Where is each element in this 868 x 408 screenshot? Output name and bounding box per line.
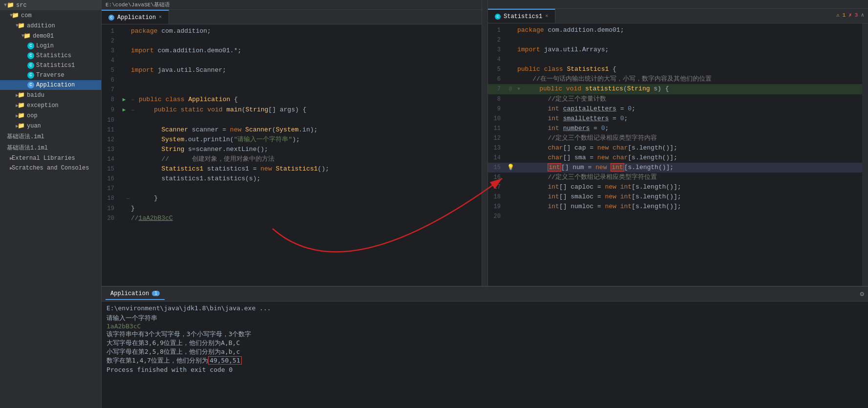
expand-arrow-baidu: ▶: [0, 92, 16, 98]
console-line-prompt: 请输入一个字符串: [106, 314, 863, 322]
expand-errors-icon[interactable]: ∧: [861, 12, 864, 18]
class-icon-Traverse: C: [27, 72, 34, 79]
left-editor-content[interactable]: 1 package com.addition; 2 3 impo: [102, 24, 482, 286]
folder-icon-addition: 📁: [18, 22, 25, 29]
run-gutter-icon[interactable]: ▶: [123, 95, 126, 105]
code-line: 13 char[] cap = new char[s.length()];: [488, 143, 868, 153]
sidebar-label-yuan: yuan: [27, 123, 41, 129]
sidebar-item-yuan[interactable]: ▶ 📁 yuan: [0, 121, 101, 131]
fold-end-icon: —: [127, 194, 129, 204]
int-highlight-right: int: [611, 163, 624, 172]
sidebar-item-Login[interactable]: C Login: [0, 41, 101, 51]
bulb-gutter-icon[interactable]: 💡: [507, 163, 514, 172]
sidebar-label-Statistics: Statistics: [36, 52, 71, 59]
code-line: 7: [102, 85, 482, 95]
console-line-path: E:\environment\java\jdk1.8\bin\java.exe …: [106, 304, 863, 312]
right-breadcrumb: [488, 0, 868, 9]
sidebar-item-Application[interactable]: C Application: [0, 80, 101, 90]
sidebar-item-baidu[interactable]: ▶ 📁 baidu: [0, 90, 101, 100]
console-highlighted-value: 49,50,51: [208, 356, 242, 365]
code-line: 8 ▶ — public class Application {: [102, 95, 482, 105]
folder-icon-yuan: 📁: [18, 122, 25, 129]
settings-icon[interactable]: ⚙: [860, 290, 864, 298]
left-editor: E:\code\JavaSE\基础语 C Application ×: [102, 0, 482, 286]
console-line-output2: 大写字母在第3,6,9位置上，他们分别为A,B,C: [106, 339, 863, 347]
right-tab-Statistics1[interactable]: C Statistics1 ×: [488, 9, 555, 23]
bottom-tab-application[interactable]: Application 1: [106, 288, 165, 300]
sidebar-label-demo01: demo01: [33, 33, 54, 40]
sidebar-label-jichu1: 基础语法.iml: [7, 132, 44, 141]
sidebar-item-exception[interactable]: ▶ 📁 exception: [0, 100, 101, 110]
code-line: 13 String s=scanner.nextLine();: [102, 145, 482, 154]
right-editor-content[interactable]: 1 package com.addition.demo01; 2 3: [488, 23, 868, 286]
sidebar-item-Traverse[interactable]: C Traverse: [0, 70, 101, 80]
code-line: 2: [488, 35, 868, 45]
console-line-input: 1aA2bB3cC: [106, 322, 863, 330]
sidebar-item-com[interactable]: ▼ 📁 com: [0, 10, 101, 21]
sidebar-item-src[interactable]: ▼ 📁 src: [0, 0, 101, 10]
right-editor: C Statistics1 × ⚠ 1 ✗ 3 ∧: [488, 0, 868, 286]
left-breadcrumb: E:\code\JavaSE\基础语: [102, 0, 482, 10]
right-tab-bar: C Statistics1 × ⚠ 1 ✗ 3 ∧: [488, 9, 868, 23]
run-gutter-icon2[interactable]: ▶: [123, 105, 126, 115]
code-line: 10 int smallLetters = 0;: [488, 114, 868, 124]
right-scrollbar[interactable]: [862, 23, 868, 286]
error-icon: ✗: [848, 12, 852, 18]
expand-arrow-src: ▼: [0, 2, 5, 8]
code-line-15-highlighted: 15 💡 int[] num = new int[s.length()];: [488, 163, 868, 172]
class-icon-Statistics: C: [27, 52, 34, 59]
right-tab-close[interactable]: ×: [545, 14, 548, 19]
warn-icon: ⚠: [836, 12, 840, 18]
code-line: 11 int numbers = 0;: [488, 124, 868, 133]
bookmark-gutter-icon: @: [509, 85, 512, 94]
code-line: 9 ▶ — public static void main(String[] a…: [102, 105, 482, 115]
sidebar-label-com: com: [21, 12, 32, 19]
left-tab-Application[interactable]: C Application ×: [102, 10, 169, 24]
sidebar-item-demo01[interactable]: ▼ 📁 demo01: [0, 31, 101, 41]
sidebar-item-jichu2[interactable]: 基础语法1.iml: [0, 142, 101, 153]
editor-divider: [482, 0, 488, 286]
left-tab-close[interactable]: ×: [159, 15, 162, 20]
console-content: E:\environment\java\jdk1.8\bin\java.exe …: [102, 301, 868, 408]
int-highlight-left: int: [548, 163, 561, 172]
code-line: 1 package com.addition.demo01;: [488, 25, 868, 35]
sidebar-item-extlib[interactable]: ▶ External Libraries: [0, 153, 101, 163]
code-line: 8 //定义三个变量计数: [488, 94, 868, 104]
sidebar-item-Statistics[interactable]: C Statistics: [0, 51, 101, 61]
folder-icon-baidu: 📁: [18, 91, 25, 99]
folder-icon-oop: 📁: [18, 112, 25, 119]
sidebar-label-Application: Application: [36, 82, 75, 88]
sidebar-item-oop[interactable]: ▶ 📁 oop: [0, 110, 101, 121]
code-line: 17 int[] caploc = new int[s.length()];: [488, 182, 868, 192]
bottom-panel: Application 1 ⚙ E:\environment\java\jdk1…: [102, 286, 868, 408]
sidebar-label-addition: addition: [27, 22, 55, 29]
right-editor-warnings: ⚠ 1 ✗ 3 ∧: [836, 12, 864, 18]
sidebar-item-addition[interactable]: ▼ 📁 addition: [0, 21, 101, 31]
code-line: 3 import java.util.Arrays;: [488, 45, 868, 55]
expand-arrow-extlib: ▶: [0, 155, 10, 161]
sidebar-label-extlib: External Libraries: [12, 155, 75, 162]
expand-arrow-exception: ▶: [0, 103, 16, 108]
code-line: 9 int capitalLetters = 0;: [488, 104, 868, 114]
folder-icon-src: 📁: [7, 1, 14, 9]
code-line: 2: [102, 36, 482, 46]
sidebar-label-oop: oop: [27, 112, 38, 119]
class-icon-Application: C: [27, 82, 34, 88]
console-line-output3: 小写字母在第2,5,8位置上，他们分别为a,b,c: [106, 347, 863, 356]
sidebar-item-jichu1[interactable]: 基础语法.iml: [0, 131, 101, 142]
code-line: 4: [102, 56, 482, 65]
code-line: 20 //1aA2bB3cC: [102, 214, 482, 223]
sidebar: ▼ 📁 src ▼ 📁 com ▼ 📁 addition ▼ 📁 demo01 …: [0, 0, 102, 408]
code-line: 18 — }: [102, 193, 482, 204]
code-line: 4: [488, 55, 868, 64]
folder-icon-demo01: 📁: [23, 32, 31, 40]
expand-arrow-addition: ▼: [0, 23, 16, 28]
code-line: 3 import com.addition.demo01.*;: [102, 46, 482, 56]
code-line: 19 int[] numloc = new int[s.length()];: [488, 202, 868, 212]
code-line: 14 // 创建对象，使用对象中的方法: [102, 154, 482, 164]
sidebar-item-Statistics1[interactable]: C Statistics1: [0, 61, 101, 70]
sidebar-item-scratches[interactable]: ▶ Scratches and Consoles: [0, 163, 101, 173]
sidebar-label-Statistics1: Statistics1: [36, 62, 75, 69]
left-tab-bar: C Application ×: [102, 10, 482, 24]
console-line-output4: 数字在第1,4,7位置上，他们分别为49,50,51: [106, 356, 863, 365]
